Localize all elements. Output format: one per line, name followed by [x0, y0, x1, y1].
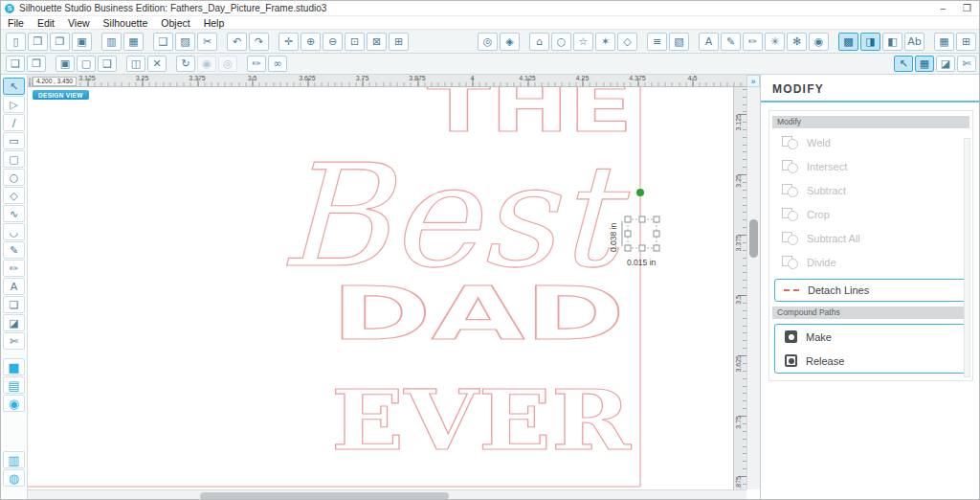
print-icon[interactable]: ▥ — [101, 33, 122, 51]
web-store-tool[interactable]: ◉ — [3, 395, 25, 412]
cut-icon[interactable]: ✂ — [197, 33, 217, 51]
undo-icon[interactable]: ↶ — [227, 33, 247, 51]
horizontal-scrollbar-thumb[interactable] — [200, 492, 449, 500]
divide-button[interactable]: Divide — [772, 250, 969, 274]
release-compound-button[interactable]: Release — [775, 349, 967, 373]
vertical-scrollbar[interactable] — [746, 87, 760, 489]
weld-button[interactable]: Weld — [772, 130, 969, 154]
group-icon[interactable]: ▣ — [56, 56, 75, 72]
curve-tool[interactable]: ∿ — [3, 205, 25, 222]
trace-icon[interactable]: ◈ — [500, 33, 520, 51]
fill-style-icon[interactable]: ▧ — [669, 33, 689, 51]
open-library-icon[interactable]: ❐ — [50, 33, 70, 51]
selection-handles[interactable] — [625, 216, 659, 251]
ellipse-tool[interactable]: ○ — [3, 169, 25, 186]
page-setup-icon[interactable]: ▩ — [838, 33, 858, 51]
redo-icon[interactable]: ↷ — [249, 33, 269, 51]
distort-panel-icon[interactable]: ◧ — [882, 33, 902, 51]
shape-circle-icon[interactable]: ○ — [551, 33, 571, 51]
save-icon[interactable]: ▣ — [72, 33, 92, 51]
detach-lines-button[interactable]: Detach Lines — [774, 279, 968, 302]
ungroup-icon[interactable]: ▢ — [77, 56, 96, 72]
design-canvas[interactable]: THE Best DAD EVER 0.038 in 0.015 in — [28, 87, 733, 489]
crop-button[interactable]: Crop — [772, 202, 969, 226]
new-document-icon[interactable]: ▯ — [6, 33, 26, 51]
subtract-button[interactable]: Subtract — [772, 178, 969, 202]
weld-tool-icon[interactable]: ◉ — [809, 33, 829, 51]
sketch-pen-icon[interactable]: ✏ — [743, 33, 763, 51]
design-text-ever[interactable]: EVER — [331, 372, 632, 468]
mirror-icon[interactable]: ◫ — [126, 56, 145, 72]
library-tool[interactable]: ▥ — [3, 451, 25, 468]
edit-points-tool[interactable]: ▷ — [3, 96, 25, 113]
shadow-panel-icon[interactable]: ◨ — [860, 33, 880, 51]
send-to-silhouette-icon[interactable]: ▦ — [123, 33, 144, 51]
preferences-icon[interactable]: ⊞ — [956, 33, 976, 51]
line-tool[interactable]: ∕ — [3, 114, 25, 131]
pixscan-mode-icon[interactable]: ▦ — [915, 56, 934, 72]
fill-color-tool[interactable]: ■ — [3, 358, 25, 375]
copy-icon[interactable]: ❑ — [153, 33, 173, 51]
subtract-all-button[interactable]: Subtract All — [772, 226, 969, 250]
trace-area-icon[interactable]: ◉ — [197, 56, 216, 72]
smooth-freehand-tool[interactable]: ✏ — [3, 260, 25, 277]
rectangle-tool[interactable]: ▭ — [3, 132, 25, 149]
menu-view[interactable]: View — [61, 16, 97, 29]
intersect-button[interactable]: Intersect — [772, 154, 969, 178]
horizontal-scrollbar[interactable] — [28, 489, 746, 500]
eraser-tool[interactable]: ◪ — [3, 314, 25, 331]
arc-tool[interactable]: ◡ — [3, 223, 25, 240]
text-tool-icon[interactable]: A — [699, 33, 719, 51]
shape-pentagon-icon[interactable]: ⌂ — [529, 33, 549, 51]
emboss-icon[interactable]: ✻ — [787, 33, 807, 51]
drag-zoom-icon[interactable]: ⊠ — [367, 33, 387, 51]
draw-pencil-icon[interactable]: ✎ — [721, 33, 741, 51]
shape-star-icon[interactable]: ☆ — [573, 33, 593, 51]
shape-polygon-icon[interactable]: ◇ — [617, 33, 637, 51]
note-tool[interactable]: ❏ — [3, 296, 25, 313]
minimize-button[interactable]: – — [940, 1, 946, 16]
grid-settings-icon[interactable]: ▦ — [934, 33, 954, 51]
panel-scrollbar[interactable] — [964, 138, 970, 377]
shape-burst-icon[interactable]: ✶ — [595, 33, 615, 51]
line-style-icon[interactable]: ≡ — [647, 33, 667, 51]
line-color-tool[interactable]: ▤ — [3, 376, 25, 394]
rhinestone-icon[interactable]: ✳ — [765, 33, 785, 51]
menu-silhouette[interactable]: Silhouette — [97, 16, 155, 29]
knife-tool-icon[interactable]: ✄ — [957, 56, 976, 72]
anchor-point[interactable] — [636, 189, 644, 196]
paste-icon[interactable]: ▨ — [175, 33, 195, 51]
design-text-dad[interactable]: DAD — [331, 271, 625, 356]
rounded-rectangle-tool[interactable]: ▢ — [3, 150, 25, 168]
open-file-icon[interactable]: ❒ — [28, 33, 48, 51]
make-compound-button[interactable]: Make — [775, 325, 967, 349]
zoom-out-icon[interactable]: ⊖ — [323, 33, 343, 51]
knife-tool[interactable]: ✄ — [3, 332, 25, 350]
text-format-icon[interactable]: Ab — [904, 33, 924, 51]
cloud-sync-tool[interactable]: ◍ — [3, 469, 25, 487]
freehand-tool[interactable]: ✎ — [3, 241, 25, 259]
sketch-pencil-icon[interactable]: ✏ — [247, 56, 266, 72]
select-tool[interactable]: ↖ — [3, 78, 25, 95]
duplicate-icon[interactable]: ❑ — [98, 56, 117, 72]
pan-tool-icon[interactable]: ✛ — [278, 33, 299, 51]
magnet-trace-icon[interactable]: ◎ — [218, 56, 237, 72]
design-view-tab[interactable]: DESIGN VIEW — [33, 90, 89, 100]
maximize-button[interactable]: ❐ — [963, 1, 971, 16]
select-mode-icon[interactable]: ↖ — [894, 56, 913, 72]
send-to-back-icon[interactable]: ❐ — [27, 56, 46, 72]
bring-to-front-icon[interactable]: ❏ — [6, 56, 25, 72]
pixscan-icon[interactable]: ◎ — [478, 33, 498, 51]
panel-collapse-button[interactable]: » — [746, 75, 760, 87]
rotate-icon[interactable]: ↻ — [176, 56, 195, 72]
link-objects-icon[interactable]: ∞ — [268, 56, 287, 72]
eraser-tool-icon[interactable]: ◪ — [936, 56, 955, 72]
zoom-in-icon[interactable]: ⊕ — [301, 33, 321, 51]
menu-help[interactable]: Help — [197, 16, 232, 29]
zoom-selection-icon[interactable]: ⊡ — [345, 33, 365, 51]
menu-edit[interactable]: Edit — [31, 16, 61, 29]
text-tool[interactable]: A — [3, 278, 25, 295]
delete-icon[interactable]: ✕ — [147, 56, 167, 72]
design-artwork[interactable]: THE Best DAD EVER 0.038 in 0.015 in — [28, 87, 733, 489]
fit-to-window-icon[interactable]: ⊞ — [389, 33, 409, 51]
